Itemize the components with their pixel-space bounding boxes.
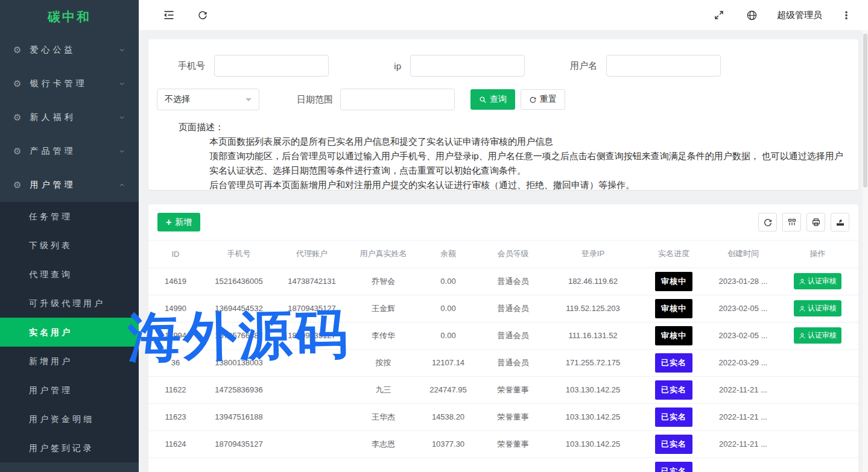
submenu-item-2[interactable]: 代理查询 [0,260,139,289]
submenu-item-5[interactable]: 新增用户 [0,347,139,376]
table-cell-created: 2023-01-28 ... [709,268,777,295]
table-cell: 荣誉董事 [478,403,548,430]
username-input[interactable] [606,55,721,77]
submenu-item-1[interactable]: 下级列表 [0,231,139,260]
table-cell: 荣誉董事 [478,376,548,403]
table-row: 146191521643600514738742131乔智会0.00普通会员18… [148,268,858,295]
gear-icon: ⚙ [13,78,21,89]
table-cell-status: 审核中 [638,295,709,322]
table-cell-actions: 认证审核 [777,295,858,322]
username-label: 用户名 [561,60,597,72]
ip-filter-group: ip [365,55,525,77]
table-cell-actions [777,349,858,376]
submenu-item-4[interactable]: 实名用户 [0,318,139,347]
table-card: + 新增 [148,204,858,472]
sidebar: 碳中和 ⚙爱心公益⚙银行卡管理⚙新人福利⚙产品管理⚙用户管理任务管理下级列表代理… [0,0,139,472]
sidebar-item-2[interactable]: ⚙新人福利 [0,101,139,134]
audit-button[interactable]: 认证审核 [794,300,841,316]
table-cell: 李志恩 [349,430,418,458]
table-cell [548,458,638,472]
submenu-item-6[interactable]: 用户管理 [0,376,139,404]
status-badge: 已实名 [655,407,692,427]
table-cell-created [709,458,777,472]
filter-row-2: 不选择 日期范围 查询 重置 [157,89,850,110]
table-cell-status: 审核中 [638,322,709,349]
table-cell-created: 2023-02-05 ... [709,322,777,349]
search-button[interactable]: 查询 [470,89,515,110]
table-cell: 111.16.131.52 [548,322,638,349]
current-user[interactable]: 超级管理员 [777,10,822,21]
sidebar-item-0[interactable]: ⚙爱心公益 [0,33,139,67]
submenu-item-7[interactable]: 用户资金明细 [0,404,139,433]
refresh-page-icon[interactable] [194,7,211,24]
table-cell-status: 已实名 [638,430,709,458]
chevron-down-icon [246,98,252,104]
sidebar-item-4[interactable]: ⚙用户管理 [0,168,139,202]
sidebar-item-3[interactable]: ⚙产品管理 [0,134,139,168]
table-cell: 王华杰 [349,403,418,430]
collapse-sidebar-icon[interactable] [160,7,177,24]
search-icon [479,96,487,104]
vertical-scrollbar[interactable] [863,30,868,472]
phone-label: 手机号 [169,60,205,72]
gear-icon: ⚙ [13,180,21,190]
table-cell: 乔智会 [349,268,418,295]
scrollbar-thumb[interactable] [863,34,867,187]
phone-input[interactable] [214,55,329,77]
add-user-button[interactable]: + 新增 [157,213,200,231]
topbar-left [160,7,228,24]
ip-input[interactable] [410,55,525,77]
print-icon[interactable] [806,213,825,231]
table-row: 1162418709435127李志恩10377.30荣誉董事103.130.1… [148,430,858,458]
users-table: ID手机号代理账户用户真实姓名余额会员等级登录IP实名进度创建时间操作 1461… [148,241,858,472]
table-cell: 18709435127 [275,295,349,322]
table-cell: 103.130.142.25 [548,403,638,430]
column-header: 操作 [777,241,858,268]
submenu-item-0[interactable]: 任务管理 [0,202,139,231]
table-cell-created: 2022-11-21 ... [709,430,777,458]
table-cell: 普通会员 [478,322,548,349]
date-range-input[interactable] [340,89,455,110]
status-badge: 审核中 [655,272,692,291]
table-cell-actions [777,403,858,430]
table-cell: 李传华 [349,322,418,349]
plus-icon: + [166,218,171,227]
table-cell-status: 已实名 [638,376,709,403]
admin-app: 碳中和 ⚙爱心公益⚙银行卡管理⚙新人福利⚙产品管理⚙用户管理任务管理下级列表代理… [0,0,868,472]
table-row: 3613800138003按按12107.14普通会员171.255.72.17… [148,349,858,376]
export-icon[interactable] [831,213,849,231]
fullscreen-icon[interactable] [711,7,727,24]
table-cell: 13694454532 [203,295,275,322]
table-cell: 15216436005 [203,268,275,295]
audit-button[interactable]: 认证审核 [794,273,841,289]
status-badge: 审核中 [655,299,692,318]
table-cell: 13800138003 [203,349,275,376]
table-body: 146191521643600514738742131乔智会0.00普通会员18… [148,268,858,472]
table-cell: 224747.95 [418,376,478,403]
column-header: 创建时间 [709,241,777,268]
table-cell: 11624 [148,430,203,458]
gear-icon: ⚙ [13,112,21,123]
submenu-item-8[interactable]: 用户签到记录 [0,433,139,462]
status-select[interactable]: 不选择 [157,89,259,110]
table-cell: 14538.20 [418,403,478,430]
toolbar-icons [758,213,849,231]
kebab-menu-icon[interactable]: ⋮ [838,7,855,24]
table-cell: 普通会员 [478,349,548,376]
sidebar-item-1[interactable]: ⚙银行卡管理 [0,67,139,101]
table-cell: 普通会员 [478,295,548,322]
columns-filter-icon[interactable] [782,213,801,231]
table-cell [275,430,349,458]
phone-filter-group: 手机号 [169,55,329,77]
table-cell-actions [777,458,858,472]
chevron-down-icon [118,46,125,54]
table-refresh-icon[interactable] [758,213,777,231]
table-cell-created: 2022-03-29 ... [709,349,777,376]
table-cell-status: 已实名 [638,458,709,472]
sidebar-item-label: 新人福利 [30,112,75,123]
audit-button[interactable]: 认证审核 [794,327,841,344]
table-cell-actions [777,430,858,458]
globe-icon[interactable] [743,7,760,24]
reset-button[interactable]: 重置 [521,89,565,110]
submenu-item-3[interactable]: 可升级代理用户 [0,289,139,318]
